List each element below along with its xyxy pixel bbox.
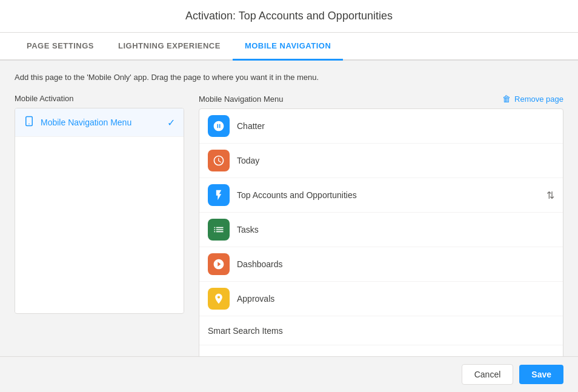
dashboards-label: Dashboards (237, 259, 554, 269)
menu-row-chatter: Chatter (199, 109, 563, 144)
tasks-label: Tasks (237, 225, 554, 234)
sort-actions: ⇅ (546, 190, 554, 201)
page-header: Activation: Top Accounts and Opportuniti… (0, 0, 578, 33)
smart-search-label: Smart Search Items (208, 326, 554, 336)
mobile-nav-menu-label: Mobile Navigation Menu (41, 118, 161, 127)
menu-row-approvals: Approvals (199, 282, 563, 316)
right-panel-header: Mobile Navigation Menu 🗑 Remove page (199, 94, 563, 104)
trash-icon: 🗑 (502, 94, 511, 104)
approvals-icon (208, 288, 230, 310)
menu-row-tasks: Tasks (199, 213, 563, 247)
left-panel-box: Mobile Navigation Menu ✓ (15, 108, 184, 314)
tasks-icon (208, 219, 230, 241)
left-panel-empty-area (15, 137, 184, 313)
tab-mobile-navigation[interactable]: MOBILE NAVIGATION (233, 33, 343, 61)
left-panel-label: Mobile Activation (15, 94, 184, 103)
menu-row-today: Today (199, 144, 563, 178)
menu-list: Chatter Today (199, 108, 563, 356)
svg-point-1 (28, 124, 30, 125)
mobile-nav-menu-item[interactable]: Mobile Navigation Menu ✓ (15, 108, 184, 137)
page-title: Activation: Top Accounts and Opportuniti… (185, 10, 393, 22)
chatter-label: Chatter (237, 121, 554, 131)
chatter-icon (208, 115, 230, 137)
bolt-icon (208, 184, 230, 206)
left-panel: Mobile Activation Mobile Navigation Menu… (15, 94, 184, 356)
sort-icon[interactable]: ⇅ (546, 190, 554, 201)
today-label: Today (237, 156, 554, 165)
tab-page-settings[interactable]: PAGE SETTINGS (15, 33, 106, 61)
tab-lightning-experience[interactable]: LIGHTNING EXPERIENCE (106, 33, 233, 61)
cancel-button[interactable]: Cancel (462, 364, 514, 385)
main-content: Add this page to the 'Mobile Only' app. … (0, 61, 578, 356)
dashboards-icon (208, 253, 230, 275)
tabs-bar: PAGE SETTINGS LIGHTNING EXPERIENCE MOBIL… (0, 33, 578, 61)
right-panel: Mobile Navigation Menu 🗑 Remove page Cha… (199, 94, 563, 356)
menu-row-top-accounts: Top Accounts and Opportunities ⇅ (199, 178, 563, 213)
right-panel-label: Mobile Navigation Menu (199, 95, 283, 104)
panels: Mobile Activation Mobile Navigation Menu… (15, 94, 563, 356)
phone-icon (24, 116, 35, 129)
checkmark-icon: ✓ (167, 117, 175, 128)
save-button[interactable]: Save (519, 365, 563, 384)
remove-page-button[interactable]: 🗑 Remove page (502, 94, 563, 104)
menu-row-smart-search: Smart Search Items (199, 316, 563, 345)
footer: Cancel Save (0, 356, 578, 392)
remove-page-label: Remove page (514, 95, 563, 104)
menu-row-dashboards: Dashboards (199, 247, 563, 282)
top-accounts-label: Top Accounts and Opportunities (237, 190, 539, 200)
today-icon (208, 150, 230, 171)
empty-divider-row (199, 345, 563, 356)
description-text: Add this page to the 'Mobile Only' app. … (15, 73, 563, 82)
approvals-label: Approvals (237, 294, 554, 304)
